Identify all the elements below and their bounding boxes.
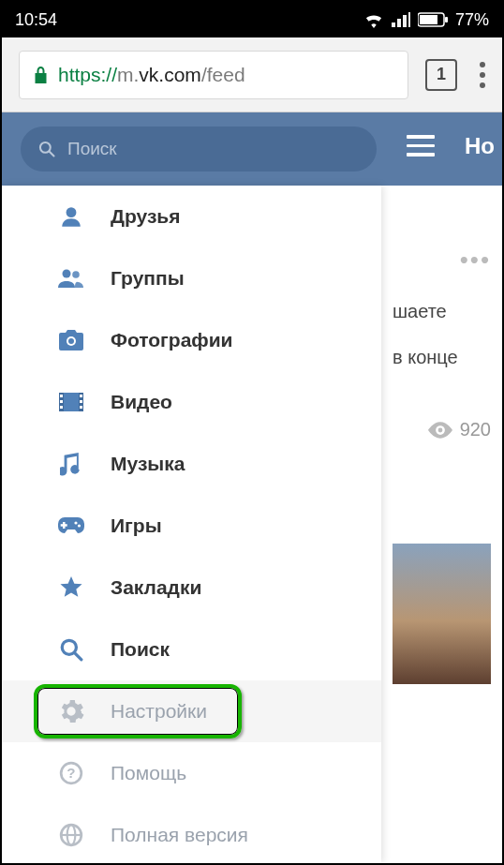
sidebar-item-label: Фотографии (111, 329, 233, 351)
vk-header: Поиск Но (2, 112, 502, 186)
post-text-fragment: в конце (393, 347, 491, 368)
sidebar-item-label: Настройки (111, 700, 207, 723)
video-icon (56, 392, 86, 412)
sidebar-item-label: Полная версия (111, 824, 248, 846)
svg-point-23 (78, 524, 81, 527)
search-icon (56, 637, 86, 662)
svg-rect-19 (80, 406, 82, 409)
svg-rect-17 (80, 395, 82, 397)
svg-point-7 (63, 270, 71, 278)
sidebar-item-groups[interactable]: Группы (2, 247, 381, 309)
svg-point-24 (62, 640, 76, 654)
svg-rect-14 (60, 395, 63, 397)
battery-percent: 77% (455, 10, 489, 30)
hamburger-menu-button[interactable] (407, 135, 435, 157)
post-photo[interactable] (393, 544, 491, 684)
browser-toolbar: https://m.vk.com/feed 1 (2, 37, 502, 112)
search-input[interactable]: Поиск (21, 127, 377, 172)
sidebar-item-photos[interactable]: Фотографии (2, 309, 381, 371)
svg-text:?: ? (67, 765, 75, 781)
svg-rect-15 (60, 400, 63, 403)
sidebar-item-games[interactable]: Игры (2, 495, 381, 557)
svg-rect-16 (60, 406, 63, 409)
svg-rect-2 (445, 17, 448, 22)
sidebar-item-search[interactable]: Поиск (2, 619, 381, 680)
help-icon: ? (56, 761, 86, 785)
post-text-fragment: шаете (393, 301, 491, 322)
sidebar-item-full-version[interactable]: Полная версия (2, 804, 381, 863)
gamepad-icon (56, 516, 86, 535)
status-bar: 10:54 77% (2, 2, 502, 37)
sidebar-item-settings[interactable]: Настройки (2, 680, 381, 742)
wifi-icon (363, 11, 384, 28)
sidebar-item-video[interactable]: Видео (2, 371, 381, 433)
svg-line-4 (50, 152, 54, 157)
camera-icon (56, 329, 86, 351)
svg-line-25 (75, 653, 82, 660)
svg-point-10 (68, 338, 74, 344)
sidebar-menu: Друзья Группы Фотографии Видео (2, 186, 381, 863)
url-text: https://m.vk.com/feed (58, 64, 245, 86)
sidebar-item-label: Музыка (111, 453, 185, 475)
sidebar-item-label: Друзья (111, 205, 181, 228)
svg-point-22 (74, 521, 77, 524)
svg-rect-21 (61, 524, 67, 527)
battery-icon (418, 12, 448, 27)
svg-point-5 (437, 427, 442, 432)
sidebar-item-label: Закладки (111, 576, 201, 599)
svg-point-6 (67, 207, 77, 217)
sidebar-item-label: Группы (111, 267, 185, 290)
svg-point-8 (72, 271, 80, 278)
url-bar[interactable]: https://m.vk.com/feed (19, 51, 408, 99)
gear-icon (56, 698, 86, 724)
post-menu-icon[interactable]: ••• (393, 246, 491, 275)
groups-icon (56, 266, 86, 291)
browser-menu-button[interactable] (474, 56, 491, 94)
svg-rect-18 (80, 400, 82, 403)
sidebar-item-label: Видео (111, 391, 172, 413)
sidebar-item-friends[interactable]: Друзья (2, 186, 381, 247)
sidebar-item-label: Игры (111, 515, 162, 537)
star-icon (56, 575, 86, 600)
friends-icon (56, 204, 86, 229)
feed-content: ••• шаете в конце 920 (381, 186, 502, 863)
svg-rect-1 (420, 15, 437, 24)
search-placeholder: Поиск (67, 139, 117, 159)
signal-icon (392, 12, 410, 27)
lock-icon (33, 66, 49, 84)
sidebar-item-label: Помощь (111, 762, 186, 784)
music-icon (56, 452, 86, 476)
tabs-button[interactable]: 1 (425, 59, 457, 91)
search-icon (37, 140, 56, 158)
status-time: 10:54 (15, 10, 57, 30)
sidebar-item-bookmarks[interactable]: Закладки (2, 557, 381, 619)
page-title: Но (465, 133, 495, 159)
sidebar-item-help[interactable]: ? Помощь (2, 742, 381, 804)
views-count: 920 (393, 419, 491, 440)
eye-icon (428, 422, 452, 439)
sidebar-item-label: Поиск (111, 638, 170, 661)
globe-icon (56, 823, 86, 847)
sidebar-item-music[interactable]: Музыка (2, 433, 381, 495)
